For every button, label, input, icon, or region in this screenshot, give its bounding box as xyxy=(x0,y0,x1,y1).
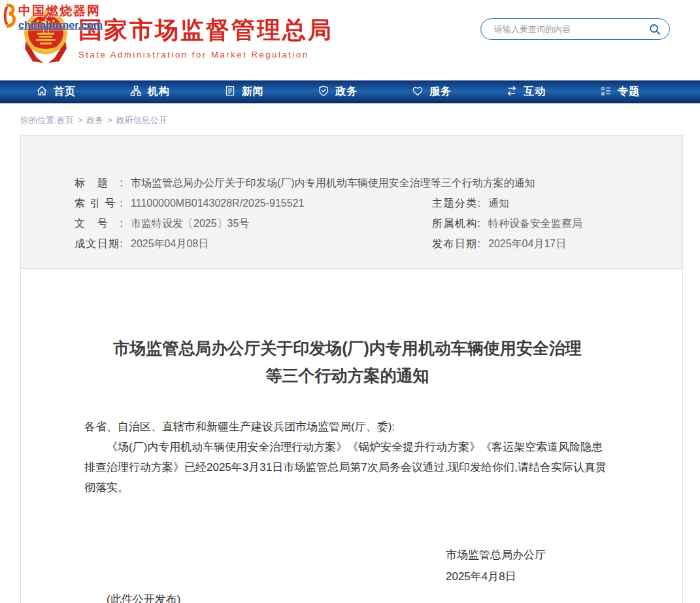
news-icon xyxy=(224,85,236,99)
meta-row: 索引号: 11100000MB0143028R/2025-915521 主题分类… xyxy=(75,193,669,213)
salutation: 各省、自治区、直辖市和新疆生产建设兵团市场监管局(厅、委): xyxy=(84,417,610,437)
meta-value-index: 11100000MB0143028R/2025-915521 xyxy=(131,193,304,213)
document-meta-box: 标题: 市场监管总局办公厅关于印发场(厂)内专用机动车辆使用安全治理等三个行动方… xyxy=(21,136,682,269)
watermark-logo: 中国燃烧器网 chinaburner.com xyxy=(1,3,103,34)
nav-item-service[interactable]: 服务 xyxy=(412,85,452,99)
breadcrumb-prefix: 你的位置: xyxy=(20,115,57,125)
meta-value-docnum: 市监特设发〔2025〕35号 xyxy=(131,213,249,233)
nav-label: 互动 xyxy=(524,85,546,99)
nav-item-home[interactable]: 首页 xyxy=(36,85,76,99)
site-title-cn: 国家市场监督管理总局 xyxy=(78,14,333,46)
nav-label: 政务 xyxy=(335,85,358,99)
meta-label-index: 索引号: xyxy=(75,193,123,213)
breadcrumb: 你的位置:首页>政务>政府信息公开 xyxy=(20,114,700,126)
document-title: 市场监管总局办公厅关于印发场(厂)内专用机动车辆使用安全治理 等三个行动方案的通… xyxy=(84,334,610,389)
meta-value-agency: 特种设备安全监察局 xyxy=(488,213,582,233)
home-icon xyxy=(36,85,48,99)
meta-label-docnum: 文号: xyxy=(75,213,123,233)
main-nav: 首页 机构 新闻 政务 服务 互动 专题 xyxy=(0,80,700,103)
meta-label-agency: 所属机构: xyxy=(432,213,480,233)
meta-label-title: 标题: xyxy=(75,173,123,193)
nav-label: 专题 xyxy=(618,85,640,99)
watermark-cn-text: 中国燃烧器网 xyxy=(18,3,103,20)
search-box[interactable] xyxy=(480,18,670,40)
search-icon[interactable] xyxy=(648,23,661,36)
document-title-line2: 等三个行动方案的通知 xyxy=(84,362,610,389)
org-chart-icon xyxy=(130,85,142,99)
meta-row: 文号: 市监特设发〔2025〕35号 所属机构: 特种设备安全监察局 xyxy=(75,213,669,233)
breadcrumb-separator: > xyxy=(78,115,83,125)
sign-date: 2025年4月8日 xyxy=(446,566,610,587)
content-panel: 标题: 市场监管总局办公厅关于印发场(厂)内专用机动车辆使用安全治理等三个行动方… xyxy=(20,135,683,603)
nav-item-org[interactable]: 机构 xyxy=(130,85,170,99)
watermark-en-text: chinaburner.com xyxy=(18,20,103,31)
meta-label-written-date: 成文日期: xyxy=(75,233,123,254)
meta-value-title: 市场监管总局办公厅关于印发场(厂)内专用机动车辆使用安全治理等三个行动方案的通知 xyxy=(131,173,535,193)
meta-label-category: 主题分类: xyxy=(432,193,480,213)
meta-value-publish-date: 2025年04月17日 xyxy=(488,233,566,254)
nav-label: 新闻 xyxy=(242,85,264,99)
nav-label: 机构 xyxy=(148,85,170,99)
nav-label: 首页 xyxy=(54,85,76,99)
breadcrumb-link-info-disclosure[interactable]: 政府信息公开 xyxy=(116,115,167,125)
signer-name: 市场监管总局办公厅 xyxy=(446,545,610,565)
meta-value-category: 通知 xyxy=(488,193,509,213)
meta-value-written-date: 2025年04月08日 xyxy=(131,233,208,254)
nav-item-news[interactable]: 新闻 xyxy=(224,85,264,99)
site-header: 中国燃烧器网 chinaburner.com 国家市场监督管理总局 State … xyxy=(0,0,700,80)
breadcrumb-separator: > xyxy=(107,115,112,125)
nav-item-gov[interactable]: 政务 xyxy=(318,85,358,99)
star-list-icon xyxy=(600,85,612,99)
signature-block: 市场监管总局办公厅 2025年4月8日 xyxy=(446,545,610,587)
document-body: 市场监管总局办公厅关于印发场(厂)内专用机动车辆使用安全治理 等三个行动方案的通… xyxy=(21,269,682,603)
meta-row: 成文日期: 2025年04月08日 发布日期: 2025年04月17日 xyxy=(75,233,669,254)
breadcrumb-link-home[interactable]: 首页 xyxy=(57,115,74,125)
meta-label-publish-date: 发布日期: xyxy=(432,233,480,254)
search-input[interactable] xyxy=(494,24,648,34)
swap-arrows-icon xyxy=(506,85,518,99)
meta-row-title: 标题: 市场监管总局办公厅关于印发场(厂)内专用机动车辆使用安全治理等三个行动方… xyxy=(75,173,669,193)
body-paragraph: 《场(厂)内专用机动车辆使用安全治理行动方案》《锅炉安全提升行动方案》《客运架空… xyxy=(84,437,610,498)
nav-item-interact[interactable]: 互动 xyxy=(506,85,546,99)
nav-label: 服务 xyxy=(429,85,452,99)
public-release-note: (此件公开发布) xyxy=(84,589,610,603)
shield-icon xyxy=(318,85,329,99)
heart-icon xyxy=(412,85,424,99)
breadcrumb-link-gov[interactable]: 政务 xyxy=(86,115,103,125)
site-title-en: State Administration for Market Regulati… xyxy=(78,50,333,60)
flame-b-logo-icon xyxy=(1,3,17,34)
document-title-line1: 市场监管总局办公厅关于印发场(厂)内专用机动车辆使用安全治理 xyxy=(84,334,610,362)
nav-item-topic[interactable]: 专题 xyxy=(600,85,640,99)
